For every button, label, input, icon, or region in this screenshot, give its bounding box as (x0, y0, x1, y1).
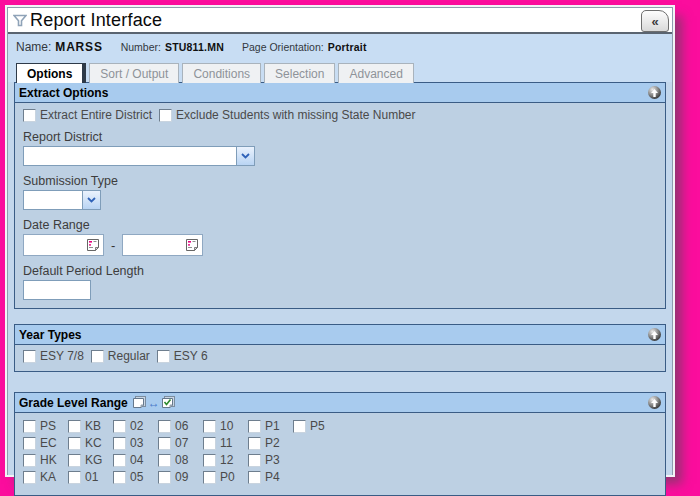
checkbox-box[interactable] (68, 437, 81, 450)
checkbox-box[interactable] (293, 420, 306, 433)
checkbox-box[interactable] (248, 437, 261, 450)
checkbox-box[interactable] (158, 437, 171, 450)
checkbox-box[interactable] (159, 109, 172, 122)
checkbox-box[interactable] (68, 420, 81, 433)
date-to-input[interactable] (123, 236, 182, 254)
checkbox-box[interactable] (157, 350, 170, 363)
checkbox-box[interactable] (68, 471, 81, 484)
checkbox-box[interactable] (248, 471, 261, 484)
checkbox-label: P3 (265, 453, 280, 467)
scroll-to-top-icon[interactable] (648, 396, 661, 409)
scroll-to-top-icon[interactable] (648, 86, 661, 99)
collapse-panel-button[interactable]: « (641, 10, 669, 32)
checkbox-esy-6[interactable]: ESY 6 (157, 349, 208, 363)
name-value: MARSS (55, 40, 102, 54)
checkbox-grade-kb[interactable]: KB (68, 419, 113, 433)
checkbox-grade-09[interactable]: 09 (158, 470, 203, 484)
select-value (24, 147, 236, 165)
number-label: Number: (121, 41, 161, 53)
checkbox-grade-kg[interactable]: KG (68, 453, 113, 467)
checkbox-box[interactable] (23, 350, 36, 363)
checkbox-box[interactable] (203, 420, 216, 433)
checkbox-label: 05 (130, 470, 143, 484)
checkbox-box[interactable] (158, 420, 171, 433)
title-bar: Report Interface « (8, 8, 672, 34)
year-types-body: ESY 7/8 Regular ESY 6 (15, 345, 665, 371)
chevron-down-icon[interactable] (236, 147, 254, 165)
checkbox-box[interactable] (23, 437, 36, 450)
chevron-down-icon[interactable] (82, 191, 100, 209)
tab-conditions[interactable]: Conditions (182, 63, 261, 83)
orientation-value: Portrait (328, 41, 367, 53)
uncheck-all-icon[interactable] (133, 396, 146, 409)
checkbox-grade-04[interactable]: 04 (113, 453, 158, 467)
checkbox-box[interactable] (91, 350, 104, 363)
checkbox-box[interactable] (203, 471, 216, 484)
grade-row-1: PS KB 02 06 10 P1 P5 (23, 419, 657, 433)
checkbox-grade-06[interactable]: 06 (158, 419, 203, 433)
tab-sort-output[interactable]: Sort / Output (89, 63, 179, 83)
checkbox-grade-01[interactable]: 01 (68, 470, 113, 484)
checkbox-box[interactable] (113, 454, 126, 467)
checkbox-box[interactable] (113, 437, 126, 450)
default-period-length-input[interactable] (23, 280, 91, 300)
checkbox-grade-ec[interactable]: EC (23, 436, 68, 450)
checkbox-box[interactable] (68, 454, 81, 467)
checkbox-box[interactable] (158, 454, 171, 467)
checkbox-grade-p1[interactable]: P1 (248, 419, 293, 433)
submission-type-select[interactable] (23, 190, 101, 210)
checkbox-grade-ps[interactable]: PS (23, 419, 68, 433)
grade-row-3: HK KG 04 08 12 P3 (23, 453, 657, 467)
checkbox-regular[interactable]: Regular (91, 349, 150, 363)
checkbox-box[interactable] (23, 420, 36, 433)
section-gap (14, 372, 666, 392)
tab-selection[interactable]: Selection (264, 63, 335, 83)
checkbox-box[interactable] (23, 109, 36, 122)
options-tab-content: Extract Options Extract Entire District … (8, 82, 672, 475)
year-types-header: Year Types (15, 325, 665, 345)
checkbox-box[interactable] (23, 454, 36, 467)
checkbox-box[interactable] (203, 454, 216, 467)
checkbox-extract-entire-district[interactable]: Extract Entire District (23, 108, 152, 122)
report-interface-window: Report Interface « Name: MARSS Number: S… (7, 7, 673, 475)
checkbox-grade-05[interactable]: 05 (113, 470, 158, 484)
grade-level-range-section: Grade Level Range ↔ (14, 392, 666, 496)
checkbox-label: 12 (220, 453, 233, 467)
checkbox-box[interactable] (203, 437, 216, 450)
check-all-icon[interactable] (162, 396, 175, 409)
tab-options[interactable]: Options (16, 63, 86, 83)
checkbox-box[interactable] (248, 420, 261, 433)
checkbox-grade-03[interactable]: 03 (113, 436, 158, 450)
calendar-icon[interactable] (182, 238, 202, 252)
checkbox-grade-12[interactable]: 12 (203, 453, 248, 467)
checkbox-esy-7-8[interactable]: ESY 7/8 (23, 349, 84, 363)
checkbox-label: 06 (175, 419, 188, 433)
checkbox-grade-07[interactable]: 07 (158, 436, 203, 450)
checkbox-grade-02[interactable]: 02 (113, 419, 158, 433)
checkbox-grade-p0[interactable]: P0 (203, 470, 248, 484)
checkbox-grade-08[interactable]: 08 (158, 453, 203, 467)
report-district-select[interactable] (23, 146, 255, 166)
checkbox-grade-hk[interactable]: HK (23, 453, 68, 467)
calendar-icon[interactable] (83, 238, 103, 252)
checkbox-box[interactable] (23, 471, 36, 484)
checkbox-grade-ka[interactable]: KA (23, 470, 68, 484)
checkbox-box[interactable] (113, 420, 126, 433)
extract-checkbox-row: Extract Entire District Exclude Students… (23, 108, 657, 122)
checkbox-label: ESY 6 (174, 349, 208, 363)
checkbox-grade-kc[interactable]: KC (68, 436, 113, 450)
checkbox-grade-p4[interactable]: P4 (248, 470, 293, 484)
checkbox-box[interactable] (113, 471, 126, 484)
checkbox-exclude-missing-state-number[interactable]: Exclude Students with missing State Numb… (159, 108, 415, 122)
checkbox-grade-p2[interactable]: P2 (248, 436, 293, 450)
checkbox-grade-p5[interactable]: P5 (293, 419, 338, 433)
checkbox-grade-11[interactable]: 11 (203, 436, 248, 450)
check-all-controls: ↔ (133, 396, 175, 409)
tab-advanced[interactable]: Advanced (338, 63, 413, 83)
scroll-to-top-icon[interactable] (648, 328, 661, 341)
checkbox-grade-p3[interactable]: P3 (248, 453, 293, 467)
date-from-input[interactable] (24, 236, 83, 254)
checkbox-box[interactable] (248, 454, 261, 467)
checkbox-box[interactable] (158, 471, 171, 484)
checkbox-grade-10[interactable]: 10 (203, 419, 248, 433)
